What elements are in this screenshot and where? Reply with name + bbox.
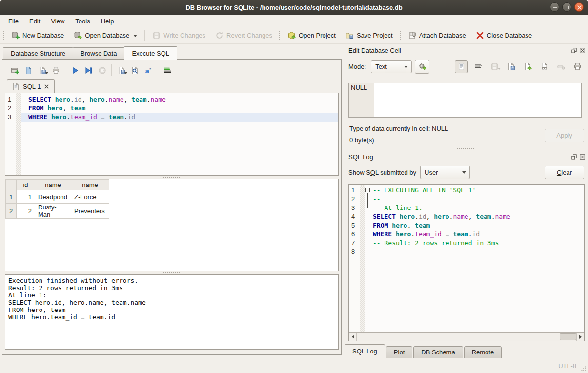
mode-select[interactable]: Text: [371, 60, 412, 73]
clear-label: Clear: [557, 169, 572, 176]
open-sql-file-button[interactable]: [21, 64, 35, 77]
splitter-handle[interactable]: [456, 147, 476, 150]
line-number: 2: [5, 104, 16, 113]
dock-tab-db-schema[interactable]: DB Schema: [413, 346, 463, 358]
dock-tab-remote[interactable]: Remote: [464, 346, 502, 358]
cell[interactable]: Deadpond: [35, 190, 71, 204]
save-project-button[interactable]: Save Project: [341, 29, 398, 42]
sql-log-controls: Show SQL submitted by User Clear: [348, 165, 584, 180]
auto-apply-button[interactable]: [415, 60, 429, 74]
row-header[interactable]: 1: [6, 190, 17, 204]
scroll-right-button[interactable]: [576, 333, 584, 341]
column-header-name[interactable]: name: [35, 180, 71, 190]
new-database-button[interactable]: New Database: [6, 29, 69, 42]
log-text: FROM hero, team: [372, 221, 430, 230]
right-arrow-icon: [579, 335, 584, 339]
save-results-button[interactable]: [114, 64, 128, 77]
sql-tab-label: SQL 1: [23, 83, 41, 90]
sql-toolbar: az: [5, 62, 339, 78]
row-header[interactable]: 2: [6, 204, 17, 219]
token: team: [70, 104, 85, 112]
save-cell-button: [488, 60, 501, 73]
revert-changes-button: Revert Changes: [210, 29, 277, 42]
close-button[interactable]: [574, 2, 584, 12]
log-text: [372, 248, 373, 256]
open-in-browser-button[interactable]: [538, 60, 551, 73]
format-sql-button[interactable]: az: [142, 64, 155, 77]
submitter-select[interactable]: User: [420, 166, 470, 179]
attach-database-button[interactable]: Attach Database: [403, 29, 471, 42]
open-project-button[interactable]: Open Project: [283, 29, 341, 42]
maximize-button[interactable]: [562, 2, 571, 12]
close-panel-icon[interactable]: [579, 47, 586, 54]
tab-execute-sql[interactable]: Execute SQL: [124, 46, 177, 60]
dropdown-arrow-icon[interactable]: [45, 72, 48, 76]
tab-browse-data[interactable]: Browse Data: [73, 47, 124, 60]
save-sql-file-button[interactable]: [35, 64, 49, 77]
import-cell-button[interactable]: [505, 60, 518, 73]
dropdown-arrow-icon[interactable]: [124, 72, 127, 76]
column-header-id[interactable]: id: [17, 180, 35, 190]
menu-view[interactable]: View: [45, 16, 70, 26]
sql-editor[interactable]: 123 SELECT hero.id, hero.name, team.name…: [5, 93, 339, 176]
fold-marker-icon[interactable]: [365, 195, 372, 204]
cell[interactable]: 2: [17, 204, 35, 219]
token: hero: [89, 96, 104, 103]
cell[interactable]: Preventers: [71, 204, 109, 219]
cell[interactable]: 1: [17, 190, 35, 204]
scroll-left-button[interactable]: [349, 333, 357, 341]
sql-editor-tab[interactable]: SQL 1: [7, 79, 55, 93]
splitter-handle[interactable]: [5, 271, 339, 274]
open-project-icon: [287, 31, 296, 40]
fold-marker-icon[interactable]: [365, 186, 372, 195]
results-grid[interactable]: idnamename11DeadpondZ-Force22Rusty-ManPr…: [5, 179, 109, 219]
export-cell-icon: [524, 62, 532, 71]
float-panel-icon[interactable]: [571, 47, 577, 54]
close-panel-icon[interactable]: [579, 154, 586, 160]
scrollbar-track[interactable]: [357, 333, 576, 341]
word-wrap-button[interactable]: [471, 60, 485, 73]
clear-button[interactable]: Clear: [545, 166, 584, 179]
log-text: -- EXECUTING ALL IN 'SQL 1': [372, 186, 476, 195]
token: team: [415, 222, 430, 229]
print-cell-button[interactable]: [571, 60, 584, 73]
menu-file[interactable]: File: [3, 16, 24, 26]
horizontal-scrollbar[interactable]: [349, 332, 584, 341]
corner-header[interactable]: [6, 180, 17, 190]
export-cell-button[interactable]: [521, 60, 534, 73]
column-header-name[interactable]: name: [71, 180, 109, 190]
sql-log-view[interactable]: 12345678 -- EXECUTING ALL IN 'SQL 1'----…: [348, 184, 585, 341]
menu-edit[interactable]: Edit: [24, 16, 45, 26]
scrollbar-thumb[interactable]: [560, 333, 576, 340]
fold-marker-icon[interactable]: [365, 204, 372, 212]
minimize-button[interactable]: [550, 2, 559, 12]
dropdown-arrow-icon[interactable]: [133, 35, 137, 39]
toolbar-separator: [65, 64, 65, 76]
tab-database-structure[interactable]: Database Structure: [3, 47, 73, 60]
find-button[interactable]: [128, 64, 142, 77]
menu-tools[interactable]: Tools: [70, 16, 95, 26]
token: -- At line 1:: [373, 204, 423, 211]
dock-tab-sql-log[interactable]: SQL Log: [345, 344, 385, 358]
open-database-button[interactable]: Open Database: [69, 29, 142, 42]
dropdown-arrow-icon[interactable]: [498, 68, 501, 71]
token: id: [128, 113, 136, 121]
dock-tab-plot[interactable]: Plot: [386, 346, 412, 358]
apply-button[interactable]: Apply: [545, 129, 584, 142]
cell[interactable]: Rusty-Man: [35, 204, 71, 219]
execute-all-button[interactable]: [68, 64, 81, 77]
close-tab-icon[interactable]: [43, 83, 50, 90]
resize-grip[interactable]: [580, 365, 587, 372]
print-sql-button[interactable]: [49, 64, 62, 77]
text-document-button[interactable]: [455, 60, 468, 73]
cell-value: NULL: [351, 84, 367, 91]
execute-line-button[interactable]: [81, 64, 95, 77]
new-tab-button[interactable]: [8, 64, 21, 77]
close-database-button[interactable]: Close Database: [471, 29, 537, 42]
menu-help[interactable]: Help: [96, 16, 120, 26]
cell[interactable]: Z-Force: [71, 190, 109, 204]
float-panel-icon[interactable]: [571, 154, 577, 160]
cell-value-editor[interactable]: NULL: [348, 83, 582, 118]
window-titlebar[interactable]: DB Browser for SQLite - /home/user/code/…: [0, 0, 588, 15]
wrap-lines-button[interactable]: [161, 64, 174, 77]
